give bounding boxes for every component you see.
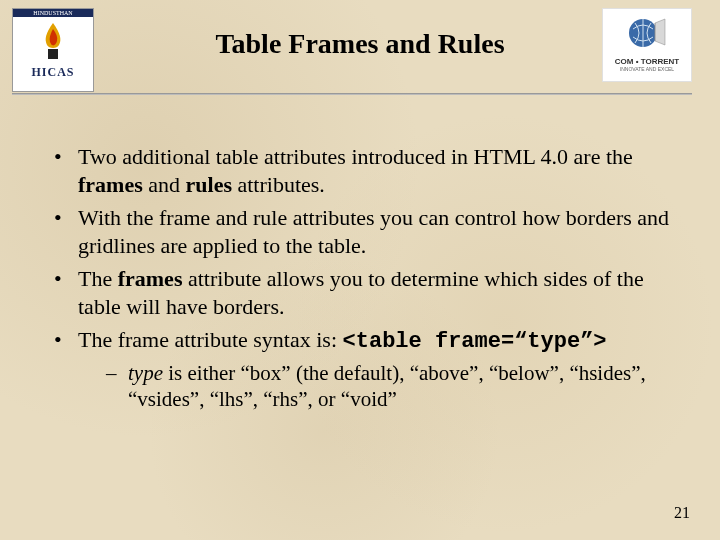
page-number: 21 xyxy=(674,504,690,522)
logo-left-bottom-text: HICAS xyxy=(13,65,93,80)
italic-text: type xyxy=(128,361,163,385)
svg-rect-0 xyxy=(48,49,58,59)
list-item: type is either “box” (the default), “abo… xyxy=(106,360,682,413)
bullet-list: Two additional table attributes introduc… xyxy=(50,143,682,412)
text: attributes. xyxy=(232,172,325,197)
bold-text: frames xyxy=(78,172,143,197)
sub-bullet-list: type is either “box” (the default), “abo… xyxy=(106,360,682,413)
list-item: The frame attribute syntax is: <table fr… xyxy=(50,326,682,412)
text: Two additional table attributes introduc… xyxy=(78,144,633,169)
logo-right-sub: INNOVATE AND EXCEL xyxy=(603,66,691,72)
bold-text: rules xyxy=(186,172,232,197)
logo-left: HINDUSTHAN HICAS xyxy=(12,8,94,92)
text: The xyxy=(78,266,118,291)
list-item: The frames attribute allows you to deter… xyxy=(50,265,682,320)
logo-left-top-text: HINDUSTHAN xyxy=(13,9,93,17)
text: is either “box” (the default), “above”, … xyxy=(128,361,646,411)
header-divider xyxy=(12,93,692,95)
text: The frame attribute syntax is: xyxy=(78,327,343,352)
globe-icon xyxy=(625,15,669,51)
logo-right: COM • TORRENT INNOVATE AND EXCEL xyxy=(602,8,692,82)
logo-right-brand: COM • TORRENT xyxy=(603,57,691,66)
list-item: With the frame and rule attributes you c… xyxy=(50,204,682,259)
bold-text: frames xyxy=(118,266,183,291)
code-text: <table frame=“type”> xyxy=(343,329,607,354)
text: and xyxy=(143,172,186,197)
slide-body: Two additional table attributes introduc… xyxy=(0,95,720,412)
text: With the frame and rule attributes you c… xyxy=(78,205,669,258)
list-item: Two additional table attributes introduc… xyxy=(50,143,682,198)
slide-header: HINDUSTHAN HICAS Table Frames and Rules … xyxy=(0,0,720,95)
flame-icon xyxy=(36,21,70,61)
